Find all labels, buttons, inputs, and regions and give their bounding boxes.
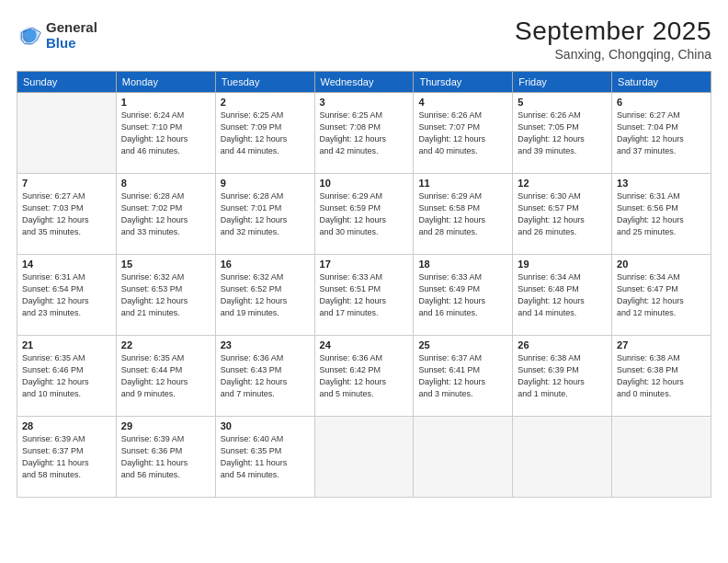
day-info: Sunrise: 6:24 AMSunset: 7:10 PMDaylight:… (121, 109, 210, 157)
calendar-cell: 28Sunrise: 6:39 AMSunset: 6:37 PMDayligh… (17, 417, 117, 498)
day-info: Sunrise: 6:29 AMSunset: 6:58 PMDaylight:… (418, 190, 507, 238)
calendar-cell (612, 417, 711, 498)
calendar-week-4: 28Sunrise: 6:39 AMSunset: 6:37 PMDayligh… (17, 417, 711, 498)
calendar-week-3: 21Sunrise: 6:35 AMSunset: 6:46 PMDayligh… (17, 336, 711, 417)
calendar-body: 1Sunrise: 6:24 AMSunset: 7:10 PMDaylight… (17, 93, 711, 498)
day-number: 28 (22, 420, 111, 431)
calendar-cell: 22Sunrise: 6:35 AMSunset: 6:44 PMDayligh… (116, 336, 215, 417)
calendar-cell: 21Sunrise: 6:35 AMSunset: 6:46 PMDayligh… (17, 336, 117, 417)
calendar-cell: 13Sunrise: 6:31 AMSunset: 6:56 PMDayligh… (612, 174, 711, 255)
day-info: Sunrise: 6:36 AMSunset: 6:42 PMDaylight:… (320, 352, 409, 400)
calendar-cell (513, 417, 612, 498)
day-info: Sunrise: 6:26 AMSunset: 7:07 PMDaylight:… (418, 109, 507, 157)
day-info: Sunrise: 6:28 AMSunset: 7:02 PMDaylight:… (121, 190, 210, 238)
calendar-cell: 6Sunrise: 6:27 AMSunset: 7:04 PMDaylight… (612, 93, 711, 174)
day-number: 24 (320, 339, 409, 350)
day-number: 29 (121, 420, 210, 431)
day-info: Sunrise: 6:30 AMSunset: 6:57 PMDaylight:… (518, 190, 607, 238)
day-number: 6 (617, 97, 706, 108)
day-number: 3 (320, 97, 409, 108)
calendar-cell: 20Sunrise: 6:34 AMSunset: 6:47 PMDayligh… (612, 255, 711, 336)
page-header: General Blue September 2025 Sanxing, Cho… (17, 17, 711, 62)
day-info: Sunrise: 6:39 AMSunset: 6:36 PMDaylight:… (121, 433, 210, 481)
calendar-cell: 23Sunrise: 6:36 AMSunset: 6:43 PMDayligh… (215, 336, 314, 417)
calendar-cell: 2Sunrise: 6:25 AMSunset: 7:09 PMDaylight… (215, 93, 314, 174)
calendar-cell: 4Sunrise: 6:26 AMSunset: 7:07 PMDaylight… (414, 93, 513, 174)
calendar-cell: 14Sunrise: 6:31 AMSunset: 6:54 PMDayligh… (17, 255, 117, 336)
calendar-week-0: 1Sunrise: 6:24 AMSunset: 7:10 PMDaylight… (17, 93, 711, 174)
calendar-cell (17, 93, 117, 174)
day-info: Sunrise: 6:25 AMSunset: 7:08 PMDaylight:… (320, 109, 409, 157)
day-number: 21 (22, 339, 111, 350)
day-number: 23 (221, 339, 310, 350)
calendar-cell: 30Sunrise: 6:40 AMSunset: 6:35 PMDayligh… (215, 417, 314, 498)
header-friday: Friday (513, 72, 612, 93)
day-number: 18 (418, 259, 507, 270)
day-info: Sunrise: 6:31 AMSunset: 6:54 PMDaylight:… (22, 271, 111, 319)
day-info: Sunrise: 6:27 AMSunset: 7:03 PMDaylight:… (22, 190, 111, 238)
day-info: Sunrise: 6:37 AMSunset: 6:41 PMDaylight:… (418, 352, 507, 400)
day-number: 4 (418, 97, 507, 108)
header-tuesday: Tuesday (215, 72, 314, 93)
calendar-cell: 16Sunrise: 6:32 AMSunset: 6:52 PMDayligh… (215, 255, 314, 336)
day-number: 22 (121, 339, 210, 350)
day-info: Sunrise: 6:35 AMSunset: 6:44 PMDaylight:… (121, 352, 210, 400)
calendar: Sunday Monday Tuesday Wednesday Thursday… (17, 71, 711, 498)
day-info: Sunrise: 6:38 AMSunset: 6:38 PMDaylight:… (617, 352, 706, 400)
calendar-cell: 24Sunrise: 6:36 AMSunset: 6:42 PMDayligh… (314, 336, 414, 417)
calendar-cell: 18Sunrise: 6:33 AMSunset: 6:49 PMDayligh… (414, 255, 513, 336)
calendar-cell: 15Sunrise: 6:32 AMSunset: 6:53 PMDayligh… (116, 255, 215, 336)
day-number: 26 (518, 339, 607, 350)
header-wednesday: Wednesday (314, 72, 414, 93)
calendar-cell: 29Sunrise: 6:39 AMSunset: 6:36 PMDayligh… (116, 417, 215, 498)
weekday-row: Sunday Monday Tuesday Wednesday Thursday… (17, 72, 711, 93)
day-info: Sunrise: 6:31 AMSunset: 6:56 PMDaylight:… (617, 190, 706, 238)
day-info: Sunrise: 6:32 AMSunset: 6:53 PMDaylight:… (121, 271, 210, 319)
calendar-cell: 12Sunrise: 6:30 AMSunset: 6:57 PMDayligh… (513, 174, 612, 255)
calendar-cell (314, 417, 414, 498)
calendar-cell: 17Sunrise: 6:33 AMSunset: 6:51 PMDayligh… (314, 255, 414, 336)
calendar-week-1: 7Sunrise: 6:27 AMSunset: 7:03 PMDaylight… (17, 174, 711, 255)
day-info: Sunrise: 6:33 AMSunset: 6:51 PMDaylight:… (320, 271, 409, 319)
day-info: Sunrise: 6:28 AMSunset: 7:01 PMDaylight:… (221, 190, 310, 238)
title-section: September 2025 Sanxing, Chongqing, China (515, 17, 711, 62)
header-sunday: Sunday (17, 72, 117, 93)
day-number: 12 (518, 178, 607, 189)
day-info: Sunrise: 6:38 AMSunset: 6:39 PMDaylight:… (518, 352, 607, 400)
calendar-cell: 25Sunrise: 6:37 AMSunset: 6:41 PMDayligh… (414, 336, 513, 417)
header-saturday: Saturday (612, 72, 711, 93)
month-title: September 2025 (515, 17, 711, 46)
calendar-header: Sunday Monday Tuesday Wednesday Thursday… (17, 72, 711, 93)
calendar-cell: 11Sunrise: 6:29 AMSunset: 6:58 PMDayligh… (414, 174, 513, 255)
day-info: Sunrise: 6:25 AMSunset: 7:09 PMDaylight:… (221, 109, 310, 157)
day-info: Sunrise: 6:34 AMSunset: 6:47 PMDaylight:… (617, 271, 706, 319)
calendar-cell: 1Sunrise: 6:24 AMSunset: 7:10 PMDaylight… (116, 93, 215, 174)
logo: General Blue (17, 20, 97, 51)
logo-icon (17, 23, 42, 49)
day-number: 10 (320, 178, 409, 189)
calendar-cell: 10Sunrise: 6:29 AMSunset: 6:59 PMDayligh… (314, 174, 414, 255)
calendar-cell: 5Sunrise: 6:26 AMSunset: 7:05 PMDaylight… (513, 93, 612, 174)
day-number: 5 (518, 97, 607, 108)
logo-text: General Blue (46, 20, 97, 51)
day-info: Sunrise: 6:39 AMSunset: 6:37 PMDaylight:… (22, 433, 111, 481)
day-info: Sunrise: 6:26 AMSunset: 7:05 PMDaylight:… (518, 109, 607, 157)
day-number: 25 (418, 339, 507, 350)
day-info: Sunrise: 6:35 AMSunset: 6:46 PMDaylight:… (22, 352, 111, 400)
calendar-cell: 19Sunrise: 6:34 AMSunset: 6:48 PMDayligh… (513, 255, 612, 336)
calendar-cell: 7Sunrise: 6:27 AMSunset: 7:03 PMDaylight… (17, 174, 117, 255)
day-info: Sunrise: 6:40 AMSunset: 6:35 PMDaylight:… (221, 433, 310, 481)
calendar-week-2: 14Sunrise: 6:31 AMSunset: 6:54 PMDayligh… (17, 255, 711, 336)
calendar-cell (414, 417, 513, 498)
header-thursday: Thursday (414, 72, 513, 93)
calendar-cell: 26Sunrise: 6:38 AMSunset: 6:39 PMDayligh… (513, 336, 612, 417)
day-info: Sunrise: 6:33 AMSunset: 6:49 PMDaylight:… (418, 271, 507, 319)
day-number: 2 (221, 97, 310, 108)
calendar-cell: 9Sunrise: 6:28 AMSunset: 7:01 PMDaylight… (215, 174, 314, 255)
calendar-cell: 3Sunrise: 6:25 AMSunset: 7:08 PMDaylight… (314, 93, 414, 174)
day-number: 16 (221, 259, 310, 270)
day-number: 13 (617, 178, 706, 189)
calendar-cell: 27Sunrise: 6:38 AMSunset: 6:38 PMDayligh… (612, 336, 711, 417)
header-monday: Monday (116, 72, 215, 93)
day-info: Sunrise: 6:36 AMSunset: 6:43 PMDaylight:… (221, 352, 310, 400)
